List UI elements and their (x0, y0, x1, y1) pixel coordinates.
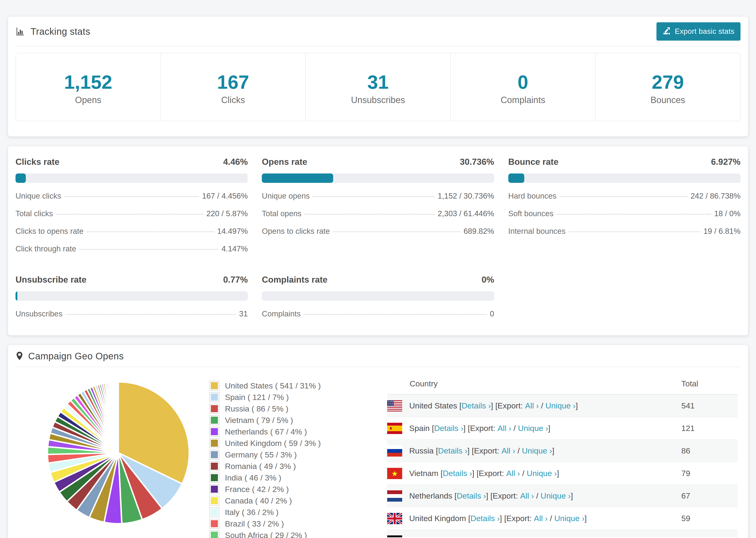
rate-block-bounce-rate: Bounce rate 6.927% Hard bounces 242 / 86… (508, 157, 740, 253)
legend-label: Romania ( 49 / 3% ) (225, 462, 296, 471)
country-name: Russia (409, 446, 434, 456)
geo-pie-legend: United States ( 541 / 31% ) Spain ( 121 … (209, 381, 347, 538)
summary-complaints: 0 Complaints (450, 53, 595, 121)
dotted-leader (87, 232, 214, 232)
rate-header: Complaints rate 0% (262, 275, 494, 285)
rate-value: 4.46% (223, 157, 248, 167)
export-unique-link[interactable]: Unique › (518, 424, 548, 433)
country-total: 67 (681, 491, 738, 501)
geo-opens-card: Campaign Geo Opens United States ( 541 /… (8, 345, 748, 538)
legend-label: Spain ( 121 / 7% ) (225, 393, 289, 402)
legend-item: Canada ( 40 / 2% ) (209, 496, 347, 506)
export-all-link[interactable]: All › (502, 446, 515, 456)
geo-row-text: Spain [Details ›] [Export: All › / Uniqu… (409, 424, 681, 433)
rate-detail-label: Clicks to opens rate (16, 227, 83, 236)
export-unique-link[interactable]: Unique › (540, 491, 571, 501)
export-basic-stats-button[interactable]: Export basic stats (657, 22, 740, 41)
country-flag-icon (387, 490, 402, 502)
rate-detail-value: 242 / 86.738% (690, 191, 740, 200)
export-all-link[interactable]: All › (525, 401, 539, 410)
rate-title: Opens rate (262, 157, 307, 167)
legend-item: Russia ( 86 / 5% ) (209, 404, 347, 413)
legend-color-swatch (209, 461, 219, 471)
geo-row-text: Netherlands [Details ›] [Export: All › /… (409, 491, 681, 501)
legend-item: Germany ( 55 / 3% ) (209, 450, 347, 459)
rate-detail-label: Unique clicks (16, 191, 61, 200)
rate-progress-track (16, 174, 248, 183)
export-unique-link[interactable]: Unique › (527, 469, 557, 478)
legend-color-swatch (209, 392, 219, 402)
country-total: 79 (681, 469, 738, 478)
geo-opens-pie-chart (45, 380, 191, 525)
details-link[interactable]: Details › (443, 469, 472, 478)
export-all-link[interactable]: All › (534, 514, 548, 523)
summary-bounces: 279 Bounces (595, 53, 740, 121)
export-all-link[interactable]: All › (498, 424, 512, 433)
rate-progress-track (262, 291, 494, 301)
export-all-link[interactable]: All › (506, 469, 520, 478)
details-link[interactable]: Details › (447, 536, 476, 537)
legend-color-swatch (209, 415, 219, 425)
geo-table-header-country: Country (387, 379, 681, 388)
rate-detail-value: 0 (490, 309, 494, 318)
rate-block-opens-rate: Opens rate 30.736% Unique opens 1,152 / … (262, 157, 494, 253)
rate-detail-row: Complaints 0 (262, 309, 494, 318)
dotted-leader (313, 196, 434, 197)
country-total: 541 (681, 401, 738, 410)
details-link[interactable]: Details › (438, 446, 467, 456)
rate-title: Complaints rate (262, 275, 328, 285)
rate-detail-value: 14.497% (217, 227, 248, 236)
rate-title: Bounce rate (508, 157, 559, 167)
rate-detail-value: 19 / 6.81% (703, 227, 740, 236)
legend-color-swatch (209, 507, 219, 517)
legend-color-swatch (209, 484, 219, 494)
legend-color-swatch (209, 381, 219, 391)
export-button-label: Export basic stats (675, 27, 734, 36)
geo-table-row-nl: Netherlands [Details ›] [Export: All › /… (387, 485, 738, 507)
details-link[interactable]: Details › (434, 424, 463, 433)
page-title: Tracking stats (16, 26, 90, 37)
rate-detail-row: Click through rate 4.147% (16, 244, 248, 253)
export-unique-link[interactable]: Unique › (554, 514, 585, 523)
dotted-leader (557, 214, 711, 215)
legend-label: Italy ( 36 / 2% ) (225, 508, 279, 517)
rate-detail-row: Total opens 2,303 / 61.446% (262, 209, 494, 218)
rate-detail-label: Hard bounces (508, 191, 557, 200)
rate-detail-row: Unique opens 1,152 / 30.736% (262, 191, 494, 200)
country-flag-icon (387, 468, 402, 479)
rate-progress-fill (508, 174, 524, 183)
geo-table-header-row: Country Total (387, 373, 738, 395)
legend-item: Vietnam ( 79 / 5% ) (209, 415, 347, 425)
tracking-stats-header: Tracking stats Export basic stats (8, 17, 748, 46)
export-all-link[interactable]: All › (520, 491, 534, 501)
country-name: Netherlands (409, 491, 452, 501)
details-link[interactable]: Details › (470, 514, 500, 523)
legend-color-swatch (209, 473, 219, 483)
dotted-leader (64, 196, 199, 197)
geo-table-row-ru: Russia [Details ›] [Export: All › / Uniq… (387, 440, 738, 462)
rate-title: Unsubscribe rate (16, 275, 86, 285)
legend-item: Spain ( 121 / 7% ) (209, 392, 347, 402)
legend-label: France ( 42 / 2% ) (225, 485, 289, 494)
rate-detail-value: 2,303 / 61.446% (438, 209, 494, 218)
bar-chart-icon (16, 26, 26, 37)
country-flag-icon (387, 423, 402, 434)
export-unique-link[interactable]: Unique › (530, 536, 561, 537)
legend-label: Brazil ( 33 / 2% ) (225, 519, 284, 528)
country-name: United States (409, 401, 457, 410)
details-link[interactable]: Details › (461, 401, 491, 410)
legend-color-swatch (209, 404, 219, 413)
rates-card: Clicks rate 4.46% Unique clicks 167 / 4.… (8, 146, 748, 336)
legend-item: South Africa ( 29 / 2% ) (209, 530, 347, 538)
dotted-leader (333, 232, 460, 232)
export-all-link[interactable]: All › (510, 536, 524, 537)
rate-detail-row: Total clicks 220 / 5.87% (16, 209, 248, 218)
legend-item: Netherlands ( 67 / 4% ) (209, 427, 347, 437)
details-link[interactable]: Details › (457, 491, 486, 501)
export-unique-link[interactable]: Unique › (522, 446, 552, 456)
export-unique-link[interactable]: Unique › (545, 401, 576, 410)
legend-color-swatch (209, 450, 219, 459)
rate-value: 0.77% (223, 275, 248, 285)
geo-table-row-gb: United Kingdom [Details ›] [Export: All … (387, 507, 738, 530)
summary-stat-label: Bounces (596, 95, 740, 104)
